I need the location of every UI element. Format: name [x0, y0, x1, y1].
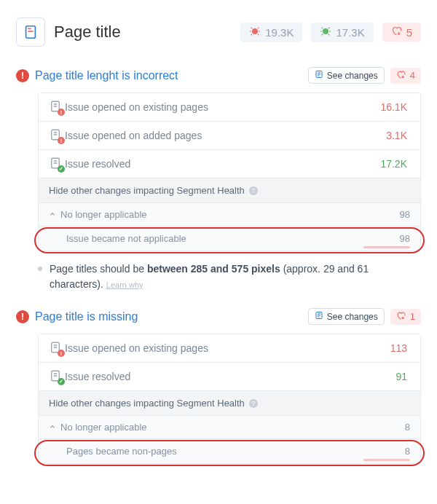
bug-resolved-icon	[320, 25, 331, 39]
issue-card: ! Page title is missing See changes 1 ! …	[16, 308, 421, 464]
stat-health-drop-value: 5	[406, 26, 412, 39]
heart-down-icon	[391, 25, 402, 39]
checklist-icon	[315, 70, 323, 81]
issue-health-drop-value: 4	[410, 70, 415, 81]
row-label: Issue opened on existing pages	[65, 342, 390, 354]
subhead-label: No longer applicable	[60, 209, 400, 220]
section-header-label: Hide other changes impacting Segment Hea…	[49, 398, 245, 409]
no-longer-applicable-toggle[interactable]: No longer applicable 98	[39, 203, 420, 227]
highlight-accent	[363, 459, 410, 461]
issue-row[interactable]: ! Issue opened on added pages 3.1K	[39, 122, 420, 150]
chevron-up-icon	[49, 209, 56, 220]
issue-health-drop-value: 1	[410, 311, 415, 322]
hide-other-changes-header[interactable]: Hide other changes impacting Segment Hea…	[39, 178, 420, 203]
see-changes-button[interactable]: See changes	[308, 308, 385, 325]
alert-icon: !	[16, 310, 29, 323]
section-header-label: Hide other changes impacting Segment Hea…	[49, 185, 245, 196]
alert-icon: !	[16, 69, 29, 82]
info-icon[interactable]: ?	[249, 186, 258, 195]
bullet-icon	[38, 267, 42, 271]
issue-description: Page titles should be between 285 and 57…	[38, 261, 421, 292]
checklist-icon	[315, 311, 323, 322]
subrow-value: 8	[405, 446, 410, 457]
info-icon[interactable]: ?	[249, 399, 258, 408]
highlight-accent	[363, 246, 410, 248]
doc-check-icon: ✓	[49, 369, 65, 384]
subhead-label: No longer applicable	[60, 422, 405, 433]
doc-alert-icon: !	[49, 128, 65, 143]
page-title-doc-icon	[16, 17, 45, 47]
see-changes-label: See changes	[327, 312, 378, 322]
issue-rows: ! Issue opened on existing pages 16.1K !…	[38, 92, 421, 251]
svg-point-1	[252, 28, 258, 34]
heart-down-icon	[396, 70, 406, 82]
doc-alert-icon: !	[49, 100, 65, 114]
issue-title[interactable]: Page title lenght is incorrect	[35, 69, 302, 82]
subrow-label: Issue became not applicable	[66, 233, 400, 244]
row-value: 17.2K	[380, 158, 410, 170]
hide-other-changes-header[interactable]: Hide other changes impacting Segment Hea…	[39, 391, 420, 416]
stat-issues-opened-value: 19.3K	[265, 26, 294, 39]
see-changes-button[interactable]: See changes	[308, 67, 385, 84]
page-header: Page title 19.3K 17.3K 5	[16, 17, 421, 47]
learn-why-link[interactable]: Learn why	[106, 280, 143, 289]
bug-open-icon	[249, 25, 261, 39]
stat-issues-resolved: 17.3K	[311, 23, 373, 42]
issue-title[interactable]: Page title is missing	[35, 310, 302, 323]
issue-header: ! Page title lenght is incorrect See cha…	[16, 67, 421, 84]
issue-description-text: Page titles should be between 285 and 57…	[50, 261, 421, 292]
row-value: 3.1K	[386, 130, 410, 141]
subhead-value: 8	[405, 422, 410, 433]
row-label: Issue opened on existing pages	[65, 101, 380, 113]
row-label: Issue resolved	[65, 371, 395, 382]
issue-health-drop-badge: 4	[390, 68, 421, 84]
sub-row[interactable]: Issue became not applicable 98	[39, 227, 420, 251]
issue-card: ! Page title lenght is incorrect See cha…	[16, 67, 421, 292]
issue-health-drop-badge: 1	[390, 309, 421, 325]
subrow-label: Pages became non-pages	[66, 446, 405, 457]
doc-check-icon: ✓	[49, 157, 65, 171]
svg-point-2	[323, 28, 328, 34]
row-value: 16.1K	[380, 101, 410, 113]
row-value: 113	[390, 342, 410, 354]
row-label: Issue opened on added pages	[65, 130, 386, 141]
chevron-up-icon	[49, 422, 56, 433]
see-changes-label: See changes	[327, 71, 378, 81]
sub-row[interactable]: Pages became non-pages 8	[39, 439, 420, 463]
svg-rect-0	[26, 26, 36, 39]
issue-row[interactable]: ! Issue opened on existing pages 113	[39, 334, 420, 363]
issue-row[interactable]: ✓ Issue resolved 91	[39, 363, 420, 391]
stat-issues-resolved-value: 17.3K	[336, 26, 364, 39]
issue-row[interactable]: ✓ Issue resolved 17.2K	[39, 150, 420, 178]
subrow-value: 98	[400, 233, 410, 244]
doc-alert-icon: !	[49, 341, 65, 355]
subhead-value: 98	[400, 209, 410, 220]
page-title: Page title	[54, 23, 232, 42]
stat-issues-opened: 19.3K	[240, 23, 302, 42]
issue-header: ! Page title is missing See changes 1	[16, 308, 421, 325]
stat-health-drop: 5	[382, 23, 421, 42]
row-label: Issue resolved	[65, 158, 380, 170]
issue-row[interactable]: ! Issue opened on existing pages 16.1K	[39, 93, 420, 122]
row-value: 91	[395, 371, 410, 382]
no-longer-applicable-toggle[interactable]: No longer applicable 8	[39, 416, 420, 439]
issue-rows: ! Issue opened on existing pages 113 ✓ I…	[38, 334, 421, 464]
heart-down-icon	[396, 311, 406, 323]
